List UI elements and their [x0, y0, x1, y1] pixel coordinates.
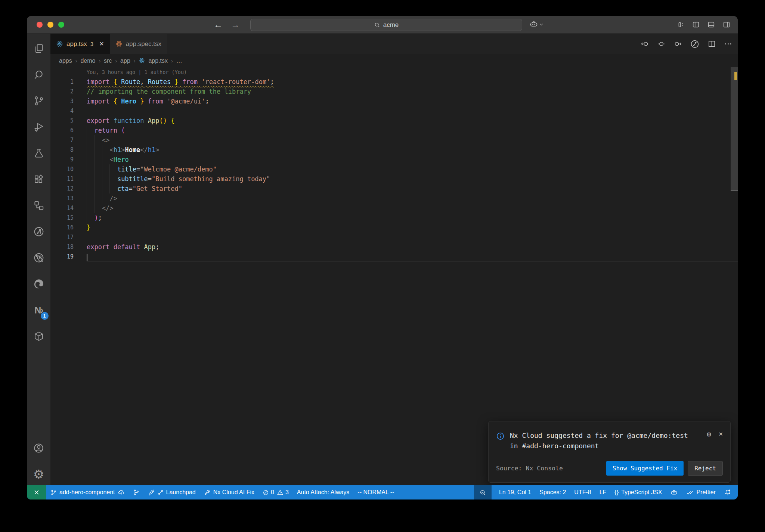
cursor-position-item[interactable]: Ln 19, Col 1	[495, 485, 535, 499]
double-check-icon	[686, 489, 694, 496]
dependencies-cube-icon[interactable]	[30, 327, 48, 345]
nav-edit-current-icon[interactable]	[657, 40, 666, 48]
code-line[interactable]: 5export function App() {	[50, 116, 738, 126]
auto-attach-item[interactable]: Auto Attach: Always	[293, 485, 354, 499]
edge-browser-icon[interactable]	[30, 275, 48, 293]
remote-icon	[33, 489, 40, 496]
minimize-window-button[interactable]	[47, 22, 53, 28]
vim-mode-item[interactable]: -- NORMAL --	[353, 485, 398, 499]
toggle-primary-sidebar-icon[interactable]	[691, 20, 700, 29]
notification-settings-icon[interactable]: ⚙	[707, 430, 711, 438]
history-forward-icon[interactable]: →	[231, 19, 240, 30]
zoom-indicator-item[interactable]	[474, 485, 492, 499]
code-line[interactable]: 11 subtitle="Build something amazing tod…	[50, 174, 738, 184]
accounts-icon[interactable]	[30, 439, 48, 457]
formatter-item[interactable]: Prettier	[682, 485, 720, 499]
encoding-item[interactable]: UTF-8	[570, 485, 595, 499]
nx-cloud-fix-item[interactable]: Nx Cloud AI Fix	[200, 485, 258, 499]
activity-bar: N› 1 ⚙	[27, 34, 50, 485]
history-back-icon[interactable]: ←	[214, 19, 223, 30]
launchpad-item[interactable]: Launchpad	[144, 485, 200, 499]
manage-gear-icon[interactable]: ⚙	[30, 465, 48, 483]
breadcrumb-item[interactable]: src	[104, 58, 112, 64]
breadcrumb-item[interactable]: app	[120, 58, 130, 64]
notification-close-icon[interactable]: ✕	[719, 430, 723, 437]
code-line[interactable]: 16}	[50, 223, 738, 232]
code-line[interactable]: 15 );	[50, 213, 738, 223]
hierarchy-view-icon[interactable]	[30, 197, 48, 214]
code-line[interactable]: 9 <Hero	[50, 155, 738, 164]
breadcrumb-item[interactable]: demo	[80, 58, 95, 64]
copilot-status-item[interactable]	[666, 485, 682, 499]
explorer-icon[interactable]	[30, 40, 48, 58]
line-number: 12	[50, 184, 74, 194]
code-line[interactable]: 3import { Hero } from '@acme/ui';	[50, 96, 738, 106]
toggle-panel-icon[interactable]	[707, 20, 716, 29]
eol-item[interactable]: LF	[595, 485, 611, 499]
warning-squiggle: import { Route, Routes } from 'react-rou…	[87, 78, 274, 86]
nav-edit-back-icon[interactable]	[641, 40, 649, 48]
line-number: 10	[50, 164, 74, 174]
code-line[interactable]: 12 cta="Get Started"	[50, 184, 738, 194]
close-window-button[interactable]	[37, 22, 43, 28]
search-view-icon[interactable]	[30, 66, 48, 84]
code-editor[interactable]: You, 3 hours ago | 1 author (You) 1impor…	[50, 67, 738, 485]
tab-bar: app.tsx 3 ✕ app.spec.tsx	[50, 34, 738, 54]
nx-badge: 1	[41, 312, 49, 320]
code-line[interactable]: 2// importing the component from the lib…	[50, 87, 738, 96]
customize-layout-icon[interactable]	[676, 20, 685, 29]
close-tab-icon[interactable]: ✕	[99, 40, 104, 47]
branch-name: add-hero-component	[59, 489, 115, 496]
code-line[interactable]: 1import { Route, Routes } from 'react-ro…	[50, 77, 738, 87]
command-center-search[interactable]: acme	[250, 19, 522, 31]
testing-flask-icon[interactable]	[30, 144, 48, 162]
tab-label: app.tsx	[66, 40, 87, 48]
reject-button[interactable]: Reject	[688, 461, 723, 476]
remote-indicator[interactable]	[27, 485, 46, 499]
notification-message: Nx Cloud suggested a fix for @acme/demo:…	[510, 430, 699, 451]
git-branch-item[interactable]: add-hero-component	[46, 485, 129, 499]
code-line[interactable]: 10 title="Welcmoe @acme/demo"	[50, 164, 738, 174]
copilot-menu-button[interactable]	[529, 20, 544, 29]
notifications-bell-item[interactable]	[720, 485, 735, 499]
show-suggested-fix-button[interactable]: Show Suggested Fix	[606, 461, 684, 476]
code-line[interactable]: 18export default App;	[50, 242, 738, 252]
language-mode-item[interactable]: {} TypeScript JSX	[610, 485, 666, 499]
tab-app-tsx[interactable]: app.tsx 3 ✕	[50, 34, 110, 54]
line-number: 9	[50, 155, 74, 164]
source-control-icon[interactable]	[30, 92, 48, 110]
nx-run-target-icon[interactable]	[30, 223, 48, 241]
problems-item[interactable]: 0 3	[258, 485, 293, 499]
code-line[interactable]: 17	[50, 232, 738, 242]
editor-scrollbar[interactable]	[731, 67, 738, 485]
vscode-window: ← → acme	[27, 16, 738, 499]
breadcrumb-item[interactable]: app.tsx	[148, 58, 168, 64]
breadcrumb-item[interactable]: …	[176, 58, 182, 64]
code-line[interactable]: 13 />	[50, 194, 738, 203]
code-line[interactable]: 4	[50, 106, 738, 116]
zoom-window-button[interactable]	[58, 22, 64, 28]
split-editor-icon[interactable]	[707, 40, 716, 48]
scrollbar-slider[interactable]	[731, 67, 738, 191]
status-bar: add-hero-component Launchpad Nx Cloud AI…	[27, 485, 738, 499]
run-project-icon[interactable]	[690, 39, 700, 49]
rocket-icon	[148, 489, 155, 496]
breadcrumb-item[interactable]: apps	[59, 58, 72, 64]
notification-source: Source: Nx Console	[496, 465, 563, 472]
code-line[interactable]: 6 return (	[50, 126, 738, 135]
source-control-search-icon[interactable]	[30, 249, 48, 267]
indentation-item[interactable]: Spaces: 2	[535, 485, 570, 499]
tab-app-spec-tsx[interactable]: app.spec.tsx	[110, 34, 167, 54]
toggle-secondary-sidebar-icon[interactable]	[722, 20, 731, 29]
nx-console-icon[interactable]: N› 1	[30, 301, 48, 319]
line-number: 4	[50, 106, 74, 116]
source-control-graph-item[interactable]	[129, 485, 144, 499]
code-line[interactable]: 19	[50, 252, 738, 262]
code-line[interactable]: 7 <>	[50, 135, 738, 145]
run-and-debug-icon[interactable]	[30, 118, 48, 136]
extensions-icon[interactable]	[30, 170, 48, 188]
code-line[interactable]: 8 <h1>Home</h1>	[50, 145, 738, 155]
code-line[interactable]: 14 </>	[50, 203, 738, 213]
nav-edit-forward-icon[interactable]	[673, 40, 682, 48]
more-actions-icon[interactable]	[724, 40, 733, 48]
